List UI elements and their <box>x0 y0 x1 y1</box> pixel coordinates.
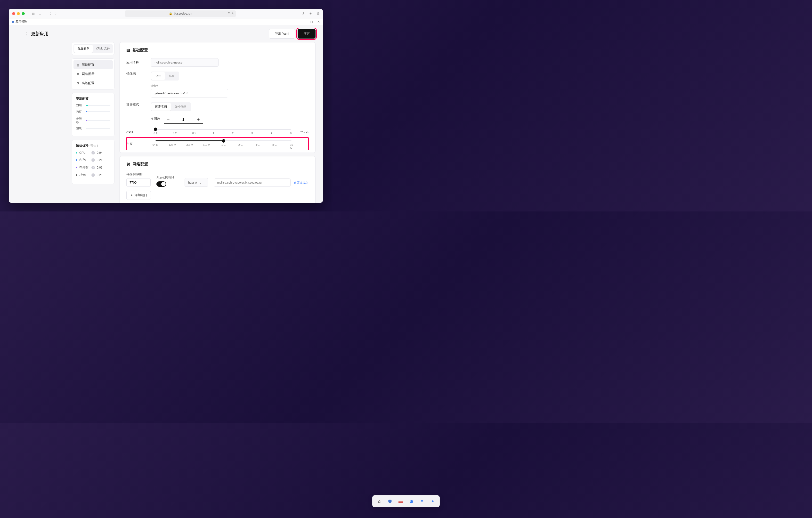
price-row: 存储卷:¤0.01 <box>76 165 110 170</box>
page-title: 更新应用 <box>31 31 49 37</box>
quota-row-gpu: GPU <box>76 127 110 130</box>
sidebar-item-label: 网络配置 <box>82 72 95 76</box>
url-text: bja.sealos.run <box>174 12 192 15</box>
label-deploymode: 部署模式 <box>126 102 151 107</box>
panel-header: ▤ 基础配置 <box>126 48 309 53</box>
custom-domain-link[interactable]: 自定义域名 <box>294 181 309 185</box>
network-panel: ⌘ 网络配置 容器暴露端口 开启公网访问 <box>119 156 316 203</box>
image-name-input[interactable] <box>151 89 228 97</box>
quota-label: 存储卷 <box>76 116 84 124</box>
slider-tick: 0.1 <box>153 132 157 135</box>
sidebar-item-advanced[interactable]: ⚙ 高级配置 <box>74 79 113 88</box>
sidebar-item-network[interactable]: ⌘ 网络配置 <box>74 69 113 79</box>
chevron-down-icon[interactable]: ⌄ <box>38 12 41 16</box>
back-icon[interactable]: 〈 <box>23 31 27 36</box>
port-input[interactable] <box>126 178 151 187</box>
maximize-window-icon[interactable] <box>22 12 25 15</box>
price-card: 预估价格(每日) CPU:¤0.04内存:¤0.21存储卷:¤0.01总价:¤0… <box>72 140 114 184</box>
nav-back-icon[interactable]: 〈 <box>48 11 51 16</box>
nav-card: ▤ 基础配置 ⌘ 网络配置 ⚙ 高级配置 <box>72 58 114 89</box>
image-source-segmented: 公共 私有 <box>151 71 179 81</box>
slider-tick: 3 <box>252 132 253 135</box>
sidebar-item-basic[interactable]: ▤ 基础配置 <box>74 60 113 69</box>
form-row-deploymode: 部署模式 固定实例 弹性伸缩 实例数 − 1 <box>126 102 309 124</box>
gear-icon: ⚙ <box>77 82 79 85</box>
slider-tick: 0.5 <box>192 132 196 135</box>
tabs-icon[interactable]: ⧉ <box>317 11 319 16</box>
price-title: 预估价格(每日) <box>76 143 110 148</box>
price-row: 内存:¤0.21 <box>76 158 110 162</box>
close-icon[interactable]: ✕ <box>317 20 320 24</box>
network-row: 容器暴露端口 开启公网访问 https:// ⌄ <box>126 172 309 187</box>
page-topbar: 〈 更新应用 导出 Yaml 变更 <box>9 25 323 42</box>
share-icon[interactable]: ⤴ <box>302 11 304 16</box>
slider-tick: 64 M <box>152 143 158 146</box>
add-port-button[interactable]: ＋ 添加端口 <box>126 191 151 200</box>
slider-tick: 4 <box>271 132 272 135</box>
app-header: ⬢ 应用管理 — ▢ ✕ <box>9 19 323 25</box>
lock-icon: 🔒 <box>169 12 172 15</box>
minimize-icon[interactable]: — <box>302 20 306 24</box>
app-logo-icon: ⬢ <box>12 20 14 24</box>
seg-public[interactable]: 公共 <box>151 72 165 80</box>
cpu-unit: (Core) <box>296 131 309 134</box>
export-yaml-button[interactable]: 导出 Yaml <box>269 29 295 38</box>
window-controls <box>12 12 25 15</box>
slider-tick: 128 M <box>169 143 176 146</box>
memory-slider[interactable]: 64 M128 M256 M512 M1 G2 G4 G8 G16 G <box>151 140 296 147</box>
seg-private[interactable]: 私有 <box>165 72 178 80</box>
price-row: 总价:¤0.26 <box>76 173 110 177</box>
slider-tick: 2 <box>232 132 234 135</box>
list-icon: ▤ <box>126 48 130 53</box>
sidebar-item-label: 高级配置 <box>82 81 94 85</box>
stepper-plus[interactable]: ＋ <box>194 115 203 123</box>
form-row-imagesrc: 镜像源 公共 私有 镜像名 <box>126 71 309 97</box>
toolbar-right: ⤴ ＋ ⧉ <box>302 11 319 16</box>
tab-yaml[interactable]: YAML 文件 <box>94 45 112 53</box>
seg-fixed[interactable]: 固定实例 <box>151 103 171 111</box>
address-bar-wrap: 🔒 bja.sealos.run ⠿ ↻ <box>60 10 300 17</box>
maximize-icon[interactable]: ▢ <box>310 20 313 24</box>
label-port: 容器暴露端口 <box>126 172 151 176</box>
network-icon: ⌘ <box>126 162 130 167</box>
app-name-input[interactable] <box>151 58 219 67</box>
new-tab-icon[interactable]: ＋ <box>309 11 312 16</box>
form-row-memory: 内存 64 M128 M256 M512 M1 G2 G4 G8 G16 G <box>126 138 309 150</box>
sidebar-toggle-icon[interactable]: ▦ <box>32 12 35 16</box>
quota-card: 资源配额 CPU 内存 存储卷 GPU <box>72 93 114 136</box>
reload-icon[interactable]: ↻ <box>232 12 234 15</box>
toolbar-left: ▦ ⌄ 〈 〉 <box>32 11 58 16</box>
protocol-select[interactable]: https:// ⌄ <box>184 178 208 187</box>
deploy-mode-segmented: 固定实例 弹性伸缩 <box>151 102 191 111</box>
cpu-slider[interactable]: 0.10.20.512348 <box>151 129 296 136</box>
slider-tick: 8 G <box>272 143 277 146</box>
label-memory: 内存 <box>126 142 151 146</box>
basic-panel: ▤ 基础配置 应用名称 镜像源 公共 私有 <box>119 42 316 153</box>
translate-icon[interactable]: ⠿ <box>228 12 230 15</box>
submit-button[interactable]: 变更 <box>298 29 316 38</box>
slider-tick: 512 M <box>203 143 210 146</box>
address-bar[interactable]: 🔒 bja.sealos.run ⠿ ↻ <box>125 10 236 17</box>
label-public: 开启公网访问 <box>156 175 174 179</box>
tab-form[interactable]: 配置表单 <box>74 45 93 53</box>
label-appname: 应用名称 <box>126 60 151 65</box>
close-window-icon[interactable] <box>12 12 15 15</box>
form-row-appname: 应用名称 <box>126 58 309 67</box>
quota-label: 内存 <box>76 110 84 114</box>
public-access-toggle[interactable] <box>156 181 166 187</box>
network-icon: ⌘ <box>77 72 80 76</box>
quota-row-cpu: CPU <box>76 104 110 107</box>
instances-stepper: − 1 ＋ <box>164 115 203 124</box>
panel-title: 基础配置 <box>133 48 148 53</box>
label-instances: 实例数 <box>151 117 160 121</box>
nav-forward-icon[interactable]: 〉 <box>55 11 58 16</box>
label-imagesrc: 镜像源 <box>126 71 151 76</box>
seg-elastic[interactable]: 弹性伸缩 <box>171 103 190 111</box>
panels: ▤ 基础配置 应用名称 镜像源 公共 私有 <box>119 42 316 198</box>
sidebar: 配置表单 YAML 文件 ▤ 基础配置 ⌘ 网络配置 ⚙ 高级配 <box>72 42 114 184</box>
slider-tick: 256 M <box>186 143 193 146</box>
stepper-minus[interactable]: − <box>164 115 173 123</box>
minimize-window-icon[interactable] <box>17 12 20 15</box>
list-icon: ▤ <box>77 63 79 67</box>
slider-tick: 16 G <box>290 143 293 149</box>
